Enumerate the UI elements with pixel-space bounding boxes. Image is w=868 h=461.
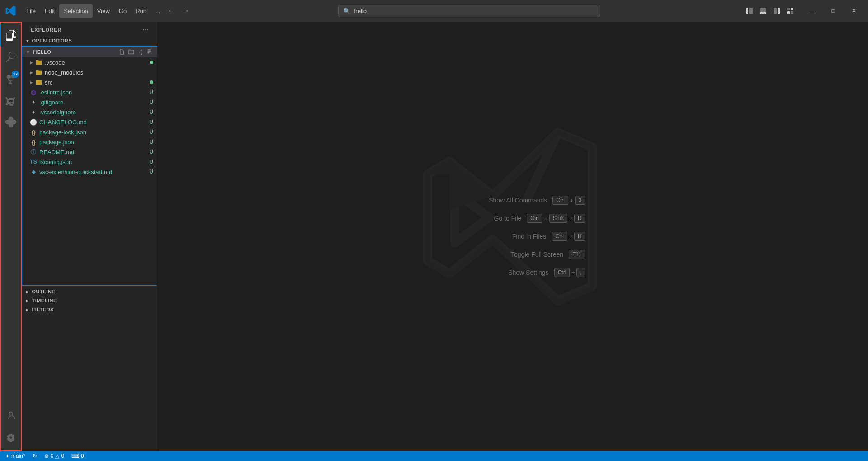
- shortcut-show-commands: Show All Commands Ctrl + 3: [466, 196, 585, 205]
- maximize-button[interactable]: □: [823, 4, 844, 18]
- menu-file[interactable]: File: [22, 4, 40, 18]
- tree-item-package-json[interactable]: {} package.json U: [22, 137, 157, 147]
- status-sync[interactable]: ↻: [31, 451, 39, 461]
- activity-settings[interactable]: [0, 427, 22, 448]
- outline-header[interactable]: ► OUTLINE: [22, 287, 157, 296]
- activity-run-debug[interactable]: [0, 89, 22, 111]
- activity-source-control[interactable]: 17: [0, 68, 22, 89]
- activity-extensions[interactable]: [0, 111, 22, 133]
- vscodeignore-icon: ♦: [29, 108, 38, 116]
- changelog-status: U: [149, 119, 153, 125]
- kbd-3: 3: [575, 196, 585, 205]
- editor-area: Show All Commands Ctrl + 3 Go to File Ct…: [157, 22, 868, 451]
- kbd-shift: Shift: [549, 214, 567, 223]
- eslintrc-name: .eslintrc.json: [39, 89, 149, 96]
- timeline-chevron: ►: [25, 298, 30, 303]
- tsconfig-name: tsconfig.json: [39, 159, 149, 165]
- tree-item-vscode[interactable]: ► .vscode: [22, 57, 157, 67]
- find-in-files-keys: Ctrl + H: [552, 232, 585, 241]
- status-errors[interactable]: ⊗ 0 △ 0: [42, 451, 66, 461]
- vscode-folder-icon: [35, 58, 43, 66]
- layout-buttons: [743, 5, 797, 17]
- tree-item-vsc-quickstart[interactable]: ◆ vsc-extension-quickstart.md U: [22, 167, 157, 177]
- activity-explorer[interactable]: [0, 24, 22, 46]
- filters-chevron: ►: [25, 307, 30, 312]
- source-control-badge: 17: [12, 71, 19, 78]
- tree-item-changelog[interactable]: ⚪ CHANGELOG.md U: [22, 117, 157, 127]
- kbd-ctrl-3: Ctrl: [552, 232, 567, 241]
- timeline-header[interactable]: ► TIMELINE: [22, 296, 157, 305]
- menu-run[interactable]: Run: [131, 4, 151, 18]
- package-json-status: U: [149, 139, 153, 145]
- new-folder-btn[interactable]: [127, 48, 135, 56]
- tree-item-vscodeignore[interactable]: ♦ .vscodeignore U: [22, 107, 157, 117]
- package-lock-name: package-lock.json: [39, 129, 149, 136]
- titlebar: File Edit Selection View Go Run ... ← → …: [0, 0, 868, 22]
- menu-selection[interactable]: Selection: [59, 4, 92, 18]
- open-editors-header[interactable]: ▼ OPEN EDITORS: [22, 36, 157, 45]
- menu-view[interactable]: View: [93, 4, 114, 18]
- plus-5: +: [571, 269, 575, 276]
- vsc-quickstart-status: U: [149, 169, 153, 175]
- svg-rect-4: [774, 8, 777, 14]
- svg-rect-7: [791, 8, 793, 10]
- outline-chevron: ►: [25, 289, 30, 294]
- tree-item-gitignore[interactable]: ♦ .gitignore U: [22, 97, 157, 107]
- sidebar-title: EXPLORER ⋯: [22, 22, 157, 36]
- show-commands-label: Show All Commands: [466, 197, 547, 204]
- vsc-quickstart-icon: ◆: [29, 168, 38, 176]
- customize-layout[interactable]: [784, 5, 797, 17]
- goto-file-keys: Ctrl + Shift + R: [527, 214, 585, 223]
- search-box[interactable]: 🔍: [338, 5, 600, 17]
- tree-item-tsconfig[interactable]: TS tsconfig.json U: [22, 157, 157, 167]
- tree-item-eslintrc[interactable]: ◍ .eslintrc.json U: [22, 87, 157, 97]
- package-lock-status: U: [149, 129, 153, 135]
- svg-rect-0: [746, 8, 748, 14]
- collapse-btn[interactable]: [145, 48, 153, 56]
- activity-bottom: [0, 405, 22, 448]
- statusbar: ✦ main* ↻ ⊗ 0 △ 0 ⌨ 0: [0, 451, 868, 461]
- open-editors-chevron: ▼: [25, 38, 30, 43]
- sidebar-more-actions[interactable]: ⋯: [141, 25, 150, 34]
- kbd-f11: F11: [569, 250, 585, 259]
- activity-search[interactable]: [0, 46, 22, 68]
- hello-section-header[interactable]: ▼ HELLO: [22, 47, 157, 57]
- menu-more[interactable]: ...: [151, 4, 165, 18]
- menu-edit[interactable]: Edit: [40, 4, 59, 18]
- filters-header[interactable]: ► FILTERS: [22, 305, 157, 314]
- plus-1: +: [570, 197, 573, 203]
- kbd-comma: ,: [576, 268, 585, 277]
- hello-actions: [118, 48, 153, 56]
- tree-item-package-lock[interactable]: {} package-lock.json U: [22, 127, 157, 137]
- vscode-status-dot: [150, 61, 153, 64]
- tree-item-readme[interactable]: ⓘ README.md U: [22, 147, 157, 157]
- fullscreen-label: Toggle Full Screen: [482, 251, 563, 258]
- toggle-panel[interactable]: [757, 5, 769, 17]
- activity-account[interactable]: [0, 405, 22, 427]
- minimize-button[interactable]: —: [802, 4, 823, 18]
- navigation-buttons: ← →: [165, 5, 192, 17]
- svg-rect-8: [787, 11, 790, 14]
- tree-item-src[interactable]: ► src: [22, 77, 157, 87]
- toggle-primary-sidebar[interactable]: [743, 5, 756, 17]
- vscodeignore-name: .vscodeignore: [39, 109, 149, 116]
- back-button[interactable]: ←: [165, 5, 178, 17]
- refresh-btn[interactable]: [136, 48, 144, 56]
- src-folder-chevron: ►: [29, 80, 34, 85]
- tree-item-node-modules[interactable]: ► node_modules: [22, 67, 157, 77]
- menu-go[interactable]: Go: [114, 4, 131, 18]
- close-button[interactable]: ✕: [844, 4, 864, 18]
- search-input[interactable]: [354, 8, 595, 14]
- activity-bar: 17: [0, 22, 22, 451]
- status-remote[interactable]: ⌨ 0: [70, 451, 86, 461]
- toggle-secondary-sidebar[interactable]: [770, 5, 783, 17]
- forward-button[interactable]: →: [179, 5, 192, 17]
- sync-icon: ↻: [33, 453, 37, 459]
- new-file-btn[interactable]: [118, 48, 126, 56]
- hello-title: ▼ HELLO: [26, 49, 51, 55]
- shortcut-goto-file: Go to File Ctrl + Shift + R: [440, 214, 585, 223]
- goto-file-label: Go to File: [440, 215, 521, 222]
- svg-rect-1: [749, 8, 753, 14]
- status-branch[interactable]: ✦ main*: [4, 451, 27, 461]
- show-settings-label: Show Settings: [467, 269, 549, 276]
